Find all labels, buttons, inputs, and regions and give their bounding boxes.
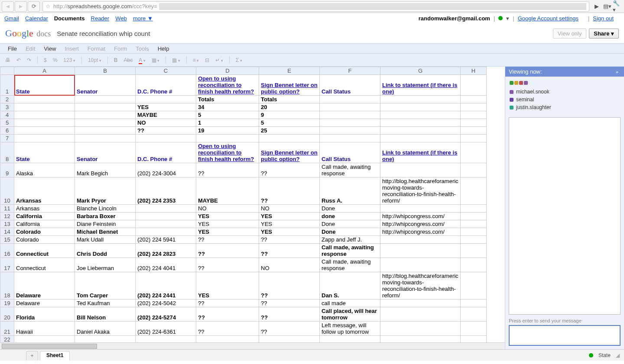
- cell[interactable]: [461, 177, 487, 205]
- cell[interactable]: Bill Nelson: [75, 307, 136, 322]
- cell[interactable]: [75, 119, 136, 127]
- cell[interactable]: ??: [259, 163, 320, 177]
- column-header-F[interactable]: F: [320, 67, 380, 75]
- cell[interactable]: ??: [259, 272, 320, 300]
- cell[interactable]: State: [14, 142, 75, 163]
- cell[interactable]: http://whipcongress.com/: [380, 220, 461, 228]
- cell[interactable]: Chris Dodd: [75, 244, 136, 258]
- cell[interactable]: [380, 236, 461, 244]
- row-header[interactable]: 1: [0, 75, 14, 96]
- google-link-web[interactable]: Web: [115, 15, 127, 22]
- cell[interactable]: Arkansas: [14, 205, 75, 213]
- cell[interactable]: Alaska: [14, 163, 75, 177]
- row-header[interactable]: 19: [0, 300, 14, 307]
- cell[interactable]: 20: [259, 103, 320, 111]
- cell[interactable]: Call Status: [320, 75, 380, 96]
- cell[interactable]: Call made, awaiting response: [320, 244, 380, 258]
- column-header-D[interactable]: D: [196, 67, 259, 75]
- cell[interactable]: 5: [259, 119, 320, 127]
- cell[interactable]: Hawaii: [14, 322, 75, 336]
- cell[interactable]: Dan S.: [320, 272, 380, 300]
- cell[interactable]: [320, 336, 380, 343]
- cell[interactable]: [259, 135, 320, 142]
- cell[interactable]: NO: [136, 119, 196, 127]
- cell[interactable]: Tom Carper: [75, 272, 136, 300]
- sheet-tab[interactable]: Sheet1: [40, 351, 70, 361]
- cell[interactable]: (202) 224-5274: [136, 307, 196, 322]
- cell[interactable]: [380, 135, 461, 142]
- row-header[interactable]: 22: [0, 336, 14, 343]
- cell[interactable]: ??: [196, 307, 259, 322]
- cell[interactable]: [380, 322, 461, 336]
- column-header-H[interactable]: H: [461, 67, 487, 75]
- cell[interactable]: (202) 224-6361: [136, 322, 196, 336]
- cell[interactable]: done: [320, 213, 380, 220]
- cell[interactable]: [320, 127, 380, 135]
- cell[interactable]: [461, 163, 487, 177]
- cell[interactable]: ??: [196, 300, 259, 307]
- cell[interactable]: Daniel Akaka: [75, 322, 136, 336]
- cell[interactable]: [461, 258, 487, 272]
- cell[interactable]: YES: [259, 220, 320, 228]
- number-format-button[interactable]: 123: [62, 56, 77, 64]
- chat-input[interactable]: [509, 325, 621, 346]
- cell[interactable]: [461, 135, 487, 142]
- cell[interactable]: Ted Kaufman: [75, 300, 136, 307]
- cell[interactable]: [320, 135, 380, 142]
- column-header-C[interactable]: C: [136, 67, 196, 75]
- cell[interactable]: [461, 96, 487, 103]
- cell[interactable]: [14, 135, 75, 142]
- redo-button[interactable]: ↷: [25, 56, 33, 64]
- cell[interactable]: (202) 224-5042: [136, 300, 196, 307]
- cell[interactable]: [380, 258, 461, 272]
- cell[interactable]: http://blog.healthcareforameric moving-t…: [380, 272, 461, 300]
- cell[interactable]: Call placed, will hear tomorrow: [320, 307, 380, 322]
- add-sheet-button[interactable]: +: [26, 351, 38, 361]
- cell[interactable]: ??: [259, 307, 320, 322]
- row-header[interactable]: 7: [0, 135, 14, 142]
- cell[interactable]: Arkansas: [14, 177, 75, 205]
- cell[interactable]: Mark Begich: [75, 163, 136, 177]
- borders-button[interactable]: ▦: [170, 56, 182, 64]
- font-size-button[interactable]: 10pt: [86, 56, 103, 64]
- reload-button[interactable]: ⟳: [28, 1, 40, 12]
- cell[interactable]: [461, 336, 487, 343]
- cell[interactable]: ??: [136, 127, 196, 135]
- cell[interactable]: Delaware: [14, 272, 75, 300]
- cell[interactable]: [461, 127, 487, 135]
- row-header[interactable]: 14: [0, 228, 14, 236]
- cell[interactable]: Open to using reconciliation to finish h…: [196, 75, 259, 96]
- cell[interactable]: [380, 244, 461, 258]
- cell[interactable]: [380, 127, 461, 135]
- merge-button[interactable]: ⊟: [203, 56, 211, 64]
- row-header[interactable]: 2: [0, 96, 14, 103]
- cell[interactable]: [136, 220, 196, 228]
- cell[interactable]: [136, 213, 196, 220]
- cell[interactable]: [380, 96, 461, 103]
- cell[interactable]: Link to statement (if there is one): [380, 75, 461, 96]
- cell[interactable]: Done: [320, 205, 380, 213]
- cell[interactable]: [380, 119, 461, 127]
- cell[interactable]: 5: [196, 111, 259, 119]
- cell[interactable]: Senator: [75, 142, 136, 163]
- wrench-button[interactable]: 🔧▾: [613, 2, 622, 11]
- cell[interactable]: 34: [196, 103, 259, 111]
- cell[interactable]: [461, 213, 487, 220]
- cell[interactable]: [14, 119, 75, 127]
- menu-help[interactable]: Help: [153, 45, 174, 52]
- cell[interactable]: (202) 224 2441: [136, 272, 196, 300]
- cell[interactable]: Totals: [196, 96, 259, 103]
- cell[interactable]: NO: [259, 205, 320, 213]
- cell[interactable]: California: [14, 220, 75, 228]
- cell[interactable]: [380, 111, 461, 119]
- cell[interactable]: [461, 220, 487, 228]
- cell[interactable]: 19: [196, 127, 259, 135]
- cell[interactable]: [461, 300, 487, 307]
- cell[interactable]: Zapp and Jeff J.: [320, 236, 380, 244]
- cell[interactable]: ??: [196, 236, 259, 244]
- cell[interactable]: [75, 96, 136, 103]
- align-button[interactable]: ≡: [191, 56, 201, 64]
- menu-file[interactable]: File: [3, 45, 21, 52]
- cell[interactable]: YES: [196, 220, 259, 228]
- column-header-E[interactable]: E: [259, 67, 320, 75]
